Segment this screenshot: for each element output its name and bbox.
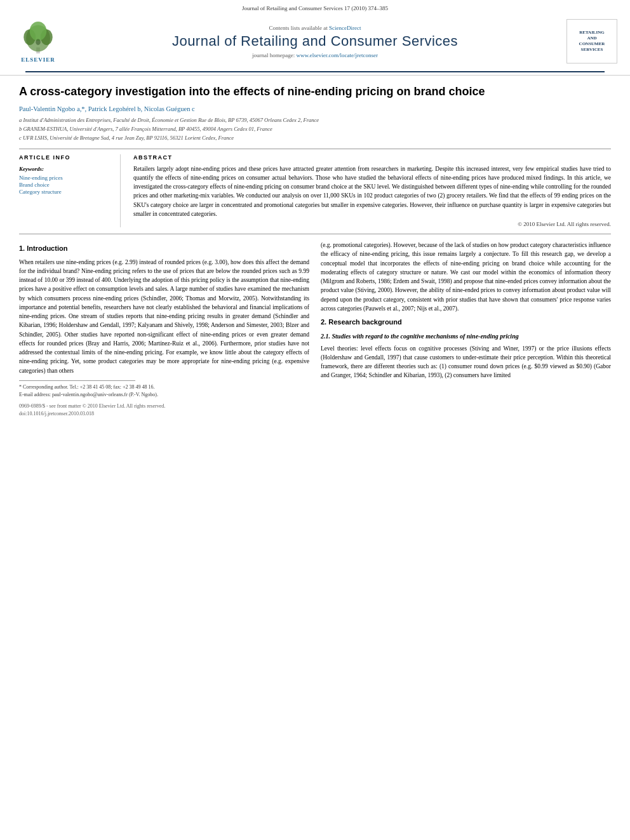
abstract-text: Retailers largely adopt nine-ending pric… [133, 164, 611, 219]
keyword-3[interactable]: Category structure [19, 189, 112, 195]
copyright: © 2010 Elsevier Ltd. All rights reserved… [133, 221, 611, 227]
article-info-abstract: ARTICLE INFO Keywords: Nine-ending price… [19, 154, 611, 228]
research-subheading: 2.1. Studies with regard to the cognitiv… [321, 331, 611, 341]
journal-top-bar: Journal of Retailing and Consumer Servic… [13, 5, 617, 11]
journal-citation: Journal of Retailing and Consumer Servic… [242, 5, 388, 11]
svg-point-5 [36, 39, 41, 44]
svg-point-4 [30, 21, 47, 40]
body-divider [19, 234, 611, 234]
bottom-footer: 0969-6989/$ - see front matter © 2010 El… [19, 403, 309, 418]
research-bg-heading: 2. Research background [321, 317, 611, 328]
elsevier-text: ELSEVIER [21, 57, 55, 63]
intro-para-1: When retailers use nine-ending prices (e… [19, 258, 309, 375]
intro-heading: 1. Introduction [19, 243, 309, 254]
article-info-heading: ARTICLE INFO [19, 154, 112, 161]
header-content: ELSEVIER Contents lists available at Sci… [13, 15, 617, 67]
research-text: Level theories: level effects focus on c… [321, 344, 611, 380]
affiliation-c: c UFR LSHS, Université de Bretagne Sud, … [19, 134, 611, 142]
abstract-col: ABSTRACT Retailers largely adopt nine-en… [133, 154, 611, 228]
contents-line: Contents lists available at ScienceDirec… [64, 25, 566, 31]
authors: Paul-Valentin Ngobo a,*, Patrick Legohér… [19, 105, 611, 112]
keywords-label: Keywords: [19, 166, 112, 172]
affiliation-b: b GRANEM-ESTHUA, Université d'Angers, 7 … [19, 125, 611, 133]
footnote-divider [19, 380, 135, 381]
body-left-col: 1. Introduction When retailers use nine-… [19, 241, 309, 418]
article-title: A cross-category investigation into the … [19, 84, 611, 99]
sciencedirect-link[interactable]: ScienceDirect [329, 25, 361, 31]
footnote-star: * Corresponding author. Tel.: +2 38 41 4… [19, 383, 309, 399]
elsevier-tree-icon [19, 20, 57, 55]
abstract-heading: ABSTRACT [133, 154, 611, 161]
journal-header: Journal of Retailing and Consumer Servic… [0, 0, 630, 76]
intro-para-2: (e.g. promotional categories). However, … [321, 241, 611, 313]
journal-title-center: Contents lists available at ScienceDirec… [64, 25, 566, 58]
article-content: A cross-category investigation into the … [0, 76, 630, 427]
keyword-2[interactable]: Brand choice [19, 182, 112, 188]
affiliations: a Institut d'Administration des Entrepri… [19, 116, 611, 142]
article-divider [19, 149, 611, 149]
elsevier-logo: ELSEVIER [13, 20, 64, 63]
keyword-1[interactable]: Nine-ending prices [19, 175, 112, 181]
homepage-link[interactable]: www.elsevier.com/locate/jretconser [297, 52, 378, 58]
article-info-col: ARTICLE INFO Keywords: Nine-ending price… [19, 154, 121, 228]
affiliation-a: a Institut d'Administration des Entrepri… [19, 116, 611, 124]
journal-logo-right: RETAILING AND CONSUMER SERVICES [566, 19, 617, 63]
body-two-col: 1. Introduction When retailers use nine-… [19, 241, 611, 418]
homepage-line: journal homepage: www.elsevier.com/locat… [64, 52, 566, 58]
header-divider [25, 71, 605, 72]
body-right-col: (e.g. promotional categories). However, … [321, 241, 611, 418]
page-container: Journal of Retailing and Consumer Servic… [0, 0, 630, 840]
journal-title: Journal of Retailing and Consumer Servic… [64, 33, 566, 50]
